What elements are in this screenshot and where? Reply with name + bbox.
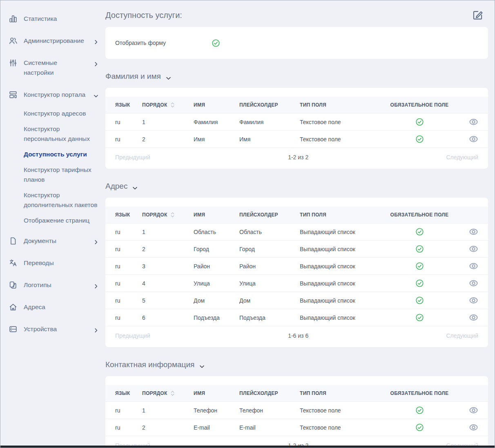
- col-language: ЯЗЫК: [105, 97, 142, 114]
- cell-placeholder: Телефон: [239, 402, 300, 419]
- cell-name: Дом: [194, 292, 239, 309]
- section-title: Фамилия и имя: [105, 71, 161, 81]
- sidebar-item-label: Статистика: [24, 14, 99, 24]
- cell-actions: [460, 292, 488, 309]
- cell-placeholder: Подъезда: [239, 309, 300, 326]
- sidebar-item-statistics[interactable]: Статистика: [0, 8, 105, 30]
- pagination-info: 1-6 из 6: [288, 332, 308, 339]
- eye-icon[interactable]: [469, 261, 478, 271]
- cell-required: [379, 309, 460, 326]
- cell-actions: [460, 258, 488, 275]
- cell-order: 6: [142, 309, 194, 326]
- eye-icon[interactable]: [469, 227, 478, 236]
- sidebar-item-portal-constructor[interactable]: Конструктор портала: [0, 84, 105, 106]
- col-field-type: ТИП ПОЛЯ: [300, 207, 379, 223]
- pagination-prev-button[interactable]: Предыдущий: [115, 154, 150, 160]
- cell-placeholder: Дом: [239, 292, 300, 309]
- sidebar-item-devices[interactable]: Устройства: [0, 318, 105, 340]
- sidebar: СтатистикаАдминистрированиеСистемные нас…: [0, 0, 105, 448]
- section-header-surname-and-name[interactable]: Фамилия и имя: [105, 71, 488, 81]
- cell-name: Подъезда: [194, 309, 239, 326]
- app-window: СтатистикаАдминистрированиеСистемные нас…: [0, 0, 495, 448]
- cell-required: [379, 419, 460, 436]
- chevron-down-icon: [199, 362, 205, 368]
- eye-icon[interactable]: [469, 406, 478, 415]
- cell-placeholder: Город: [239, 241, 300, 258]
- sidebar-item-administration[interactable]: Администрирование: [0, 30, 105, 52]
- table-header-row: ЯЗЫК ПОРЯДОК ИМЯ ПЛЕЙСХОЛДЕР ТИП ПОЛЯ ОБ…: [105, 97, 488, 114]
- cell-name: Область: [194, 223, 239, 241]
- eye-icon[interactable]: [469, 134, 478, 144]
- eye-icon[interactable]: [469, 296, 478, 305]
- chevron-right-icon: [93, 60, 99, 66]
- col-language: ЯЗЫК: [105, 207, 142, 223]
- cell-field-type: Текстовое поле: [300, 419, 379, 436]
- cell-language: ru: [105, 114, 142, 131]
- cell-actions: [460, 241, 488, 258]
- sidebar-subitem-service-availability[interactable]: Доступность услуги: [24, 147, 99, 162]
- cell-language: ru: [105, 241, 142, 258]
- translate-icon: [9, 259, 18, 267]
- pagination-next-button[interactable]: Следующий: [446, 154, 478, 160]
- cell-language: ru: [105, 309, 142, 326]
- cell-order: 2: [142, 419, 194, 436]
- cell-language: ru: [105, 223, 142, 241]
- section-header-contact-information[interactable]: Контактная информация: [105, 360, 488, 370]
- sidebar-subitem-additional-packages-constructor[interactable]: Конструктор дополнительных пакетов: [24, 187, 99, 213]
- cell-language: ru: [105, 258, 142, 275]
- logos-icon: [9, 281, 18, 290]
- sort-icon[interactable]: [170, 102, 175, 108]
- eye-icon[interactable]: [469, 423, 478, 432]
- sidebar-subitem-address-constructor[interactable]: Конструктор адресов: [24, 106, 99, 121]
- cell-field-type: Выпадающий список: [300, 223, 379, 241]
- eye-icon[interactable]: [469, 244, 478, 254]
- cell-required: [379, 275, 460, 292]
- col-name: ИМЯ: [194, 97, 239, 114]
- check-circle-icon: [415, 118, 424, 126]
- cell-placeholder: Улица: [239, 275, 300, 292]
- sidebar-submenu: Конструктор адресовКонструктор персональ…: [0, 106, 105, 230]
- cell-actions: [460, 114, 488, 131]
- pagination-info: 1-2 из 2: [288, 154, 308, 160]
- sidebar-item-system-settings[interactable]: Системные настройки: [0, 52, 105, 84]
- eye-icon[interactable]: [469, 279, 478, 288]
- sidebar-item-label: Переводы: [24, 258, 99, 268]
- cell-name: Телефон: [194, 402, 239, 419]
- sort-icon[interactable]: [170, 212, 175, 218]
- cell-required: [379, 402, 460, 419]
- cell-required: [379, 223, 460, 241]
- cell-field-type: Выпадающий список: [300, 275, 379, 292]
- sidebar-subitem-tariff-plans-constructor[interactable]: Конструктор тарифных планов: [24, 162, 99, 187]
- table-row: ru 1 Область Область Выпадающий список: [105, 223, 488, 241]
- sidebar-item-translations[interactable]: Переводы: [0, 252, 105, 274]
- sidebar-item-documents[interactable]: Документы: [0, 230, 105, 252]
- cell-order: 2: [142, 241, 194, 258]
- eye-icon[interactable]: [469, 117, 478, 127]
- check-circle-icon: [415, 279, 424, 288]
- sort-icon[interactable]: [170, 390, 175, 397]
- cell-name: Имя: [194, 131, 239, 148]
- sidebar-subitem-page-display[interactable]: Отображение страниц: [24, 213, 99, 228]
- chevron-right-icon: [93, 282, 99, 288]
- sidebar-subitem-personal-data-constructor[interactable]: Конструктор персональных данных: [24, 121, 99, 147]
- edit-button[interactable]: [472, 9, 483, 20]
- cell-required: [379, 292, 460, 309]
- table-header-row: ЯЗЫК ПОРЯДОК ИМЯ ПЛЕЙСХОЛДЕР ТИП ПОЛЯ ОБ…: [105, 207, 488, 223]
- col-order: ПОРЯДОК: [142, 385, 194, 402]
- section-title: Контактная информация: [105, 360, 194, 370]
- pagination: Предыдущий 1-2 из 2 Следующий: [105, 147, 488, 169]
- main-content: Доступность услуги: Отобразить форму Фам…: [105, 0, 495, 448]
- check-circle-icon: [415, 262, 424, 270]
- pagination-next-button[interactable]: Следующий: [446, 332, 478, 339]
- sidebar-item-logos[interactable]: Логотипы: [0, 274, 105, 296]
- sliders-icon: [9, 58, 18, 67]
- cell-order: 1: [142, 223, 194, 241]
- pagination-prev-button[interactable]: Предыдущий: [115, 332, 150, 339]
- col-field-type: ТИП ПОЛЯ: [300, 97, 379, 114]
- section-header-address[interactable]: Адрес: [105, 181, 488, 191]
- sidebar-item-addresses[interactable]: Адреса: [0, 296, 105, 318]
- sections: Фамилия и имя ЯЗЫК ПОРЯДОК ИМЯ ПЛЕЙСХОЛД…: [105, 71, 488, 448]
- users-icon: [9, 36, 18, 45]
- check-circle-icon: [415, 296, 424, 305]
- eye-icon[interactable]: [469, 313, 478, 322]
